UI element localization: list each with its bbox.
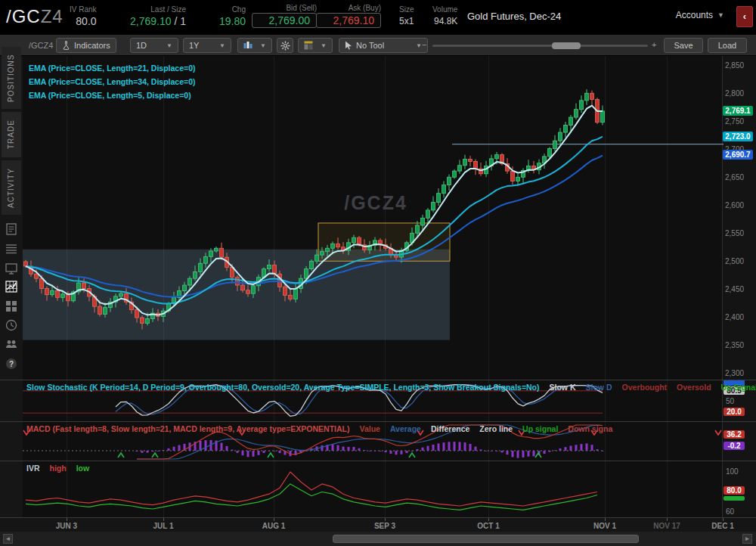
time-tick [723,518,723,521]
save-button[interactable]: Save [664,38,703,53]
time-axis[interactable]: JUN 3JUL 1AUG 1SEP 3OCT 1NOV 1NOV 17DEC … [0,517,756,532]
flask-icon [62,41,70,50]
candle-body [553,141,557,148]
scroll-left-button[interactable]: ◄ [3,534,13,544]
monitor-icon[interactable] [5,262,18,275]
candle-body [220,248,224,257]
macd-histogram-bar [279,451,281,453]
candle-body [56,290,60,297]
time-tick [274,518,274,521]
macd-histogram-bar [448,442,451,451]
symbol-watermark: /GCZ4 [344,192,407,213]
macd-histogram-bar [321,445,324,451]
ask-button[interactable]: 2,769.10 [316,13,381,28]
macd-histogram-bar [485,451,488,451]
watchlist-icon[interactable] [5,242,18,256]
time-tick [605,518,606,521]
sidebar-tab-positions[interactable]: POSITIONS [2,47,21,109]
iv-rank-label: IV Rank [70,5,97,14]
range-dropdown[interactable]: 1Y▼ [183,38,231,53]
candle-body [601,111,605,123]
chart-settings-button[interactable] [277,38,293,53]
price-tick: 2,800 [725,89,744,98]
up-signal-arrow-icon [535,453,541,458]
up-signal-arrow-icon [118,453,124,458]
size-label: Size [399,5,414,14]
legend-item: Value [359,424,380,433]
candle-body [246,290,250,293]
candle-body [119,293,123,296]
help-icon[interactable]: ? [5,357,18,371]
trading-platform-window: /GCZ4 IV Rank 80.0 Last / Size 2,769.10 … [0,0,756,546]
candle-body [421,218,425,225]
macd-histogram-bar [337,445,339,451]
bid-button[interactable]: 2,769.00 [252,13,317,28]
macd-histogram-bar [348,447,350,451]
chevron-down-icon: ▼ [219,42,225,49]
zoom-in-label[interactable]: + [652,40,656,49]
candle-body [35,274,39,278]
price-tick: 2,400 [725,313,744,321]
macd-histogram-bar [417,449,419,451]
ivr-low-badge [723,496,745,501]
time-tick [163,518,164,521]
macd-histogram-bar [464,442,466,451]
community-icon[interactable] [5,337,18,351]
indicators-button[interactable]: Indicators [56,38,116,53]
macd-histogram-bar [459,442,461,451]
zoom-slider-thumb[interactable] [552,42,581,49]
chg-label: Chg [232,5,246,14]
drawing-rectangle-blue[interactable] [23,250,450,340]
ivr-panel-canvas[interactable] [23,461,722,517]
chart-type-dropdown[interactable]: ▼ [237,38,272,53]
drawing-tool-dropdown[interactable]: No Tool ▼ [339,38,428,53]
stochastic-header: Slow Stochastic (K Period=14, D Period=9… [26,383,756,392]
candle-body [458,166,462,171]
scrollbar-thumb[interactable] [333,535,639,543]
candle-body [104,308,107,315]
bid-label: Bid (Sell) [286,3,317,13]
candle-body [98,306,102,314]
grid-icon[interactable] [5,299,18,313]
candle-body [590,93,594,99]
scroll-right-button[interactable]: ► [742,534,752,544]
size-value: 5x1 [399,14,414,28]
load-button[interactable]: Load [708,38,747,53]
accounts-dropdown[interactable]: Accounts ▼ [676,10,724,20]
candle-body [183,285,187,290]
plot-line [26,472,597,506]
candle-body [146,318,150,323]
macd-histogram-bar [469,444,472,451]
history-icon[interactable] [5,318,18,332]
price-tick: 2,650 [725,173,744,181]
time-label: JUN 3 [49,522,84,530]
macd-histogram-bar [411,451,414,451]
stoch-mid-label: 50 [726,397,734,405]
ivr-header: IVRhighlow [26,464,89,473]
analyze-icon[interactable] [5,222,18,236]
candle-body [511,171,515,181]
timeframe-dropdown[interactable]: 1D▼ [130,38,178,53]
macd-histogram-bar [385,451,387,452]
flexible-grid-dropdown[interactable]: ▼ [298,38,333,53]
charts-icon[interactable] [5,280,18,293]
zoom-slider-track[interactable] [432,45,648,47]
candle-body [241,285,245,290]
macd-histogram-bar [374,451,376,451]
sidebar-tab-trade[interactable]: TRADE [2,112,21,157]
bid-field: Bid (Sell) 2,769.00 [252,3,317,28]
sidebar-tab-activity[interactable]: ACTIVITY [2,160,21,215]
collapse-panel-button[interactable]: ‹ [736,6,753,27]
candle-body [284,287,287,295]
candle-body [141,318,144,323]
legend-item: Slow D [586,383,612,392]
up-signal-arrow-icon [409,453,415,458]
macd-header: MACD (Fast length=8, Slow length=21, MAC… [26,424,612,433]
chevron-down-icon: ▼ [260,42,266,49]
candle-body [188,278,192,285]
zoom-out-label[interactable]: − [422,40,426,49]
macd-value-badge: 36.2 [723,430,745,439]
panel-title: IVR [26,464,40,473]
main-chart-canvas[interactable]: /GCZ4 [23,56,722,380]
legend-item: high [50,464,67,473]
